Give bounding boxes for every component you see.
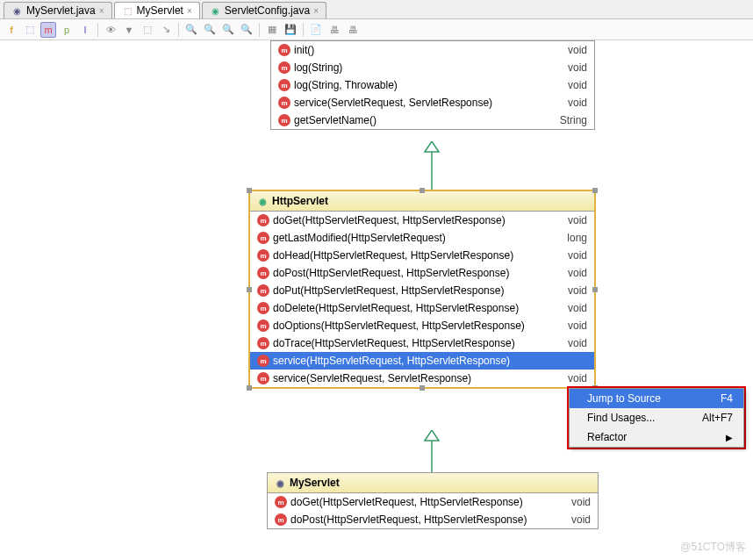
method-name: service(ServletRequest, ServletResponse) xyxy=(294,97,492,109)
method-name: doHead(HttpServletRequest, HttpServletRe… xyxy=(273,249,513,262)
inner-icon[interactable]: I xyxy=(77,22,93,38)
method-name: doOptions(HttpServletRequest, HttpServle… xyxy=(273,319,525,332)
method-name: getServletName() xyxy=(294,114,376,126)
return-type: void xyxy=(568,302,587,314)
fields-icon[interactable]: f xyxy=(4,22,19,38)
class-title: ◉ HttpServlet xyxy=(250,191,594,212)
export-icon[interactable]: 📄 xyxy=(308,22,324,38)
return-type: void xyxy=(568,79,587,91)
diagram-icon: ⬚ xyxy=(122,5,133,17)
zoom-actual-icon[interactable]: 🔍 xyxy=(239,22,255,38)
method-row[interactable]: mdoDelete(HttpServletRequest, HttpServle… xyxy=(250,299,594,317)
separator xyxy=(303,23,304,37)
return-type: void xyxy=(568,319,587,332)
method-row[interactable]: mdoPost(HttpServletRequest, HttpServletR… xyxy=(250,264,594,282)
class-icon: ◉ xyxy=(11,5,23,17)
method-row[interactable]: mdoPost(HttpServletRequest, HttpServletR… xyxy=(268,511,598,528)
ctx-item-find-usages[interactable]: Find Usages...Alt+F7 xyxy=(570,408,743,427)
close-icon[interactable]: × xyxy=(187,6,192,16)
return-type: long xyxy=(567,232,587,244)
method-row[interactable]: mservice(ServletRequest, ServletResponse… xyxy=(271,94,594,111)
method-row[interactable]: mservice(HttpServletRequest, HttpServlet… xyxy=(250,352,594,370)
method-row[interactable]: mlog(String)void xyxy=(271,59,594,76)
ctx-accel: Alt+F7 xyxy=(702,412,733,424)
close-icon[interactable]: × xyxy=(99,6,104,16)
diagram-toolbar: f ⬚ m p I 👁 ▼ ⬚ ↘ 🔍 🔍 🔍 🔍 ▦ 💾 📄 🖶 🖶 xyxy=(0,19,753,40)
zoom-in-icon[interactable]: 🔍 xyxy=(183,22,199,38)
save-icon[interactable]: 💾 xyxy=(283,22,298,38)
method-row[interactable]: mdoOptions(HttpServletRequest, HttpServl… xyxy=(250,317,594,334)
method-row[interactable]: mgetServletName()String xyxy=(271,111,594,129)
method-row[interactable]: mdoPut(HttpServletRequest, HttpServletRe… xyxy=(250,282,594,299)
print-preview-icon[interactable]: 🖶 xyxy=(345,22,361,38)
zoom-fit-icon[interactable]: 🔍 xyxy=(220,22,236,38)
zoom-out-icon[interactable]: 🔍 xyxy=(202,22,218,38)
method-name: doGet(HttpServletRequest, HttpServletRes… xyxy=(290,496,523,508)
class-box-myservlet[interactable]: ◉ MyServlet mdoGet(HttpServletRequest, H… xyxy=(267,472,599,529)
tab-myservlet-java[interactable]: ◉ MyServlet.java × xyxy=(4,2,112,18)
method-row[interactable]: mservice(ServletRequest, ServletResponse… xyxy=(250,370,594,387)
context-menu: Jump to SourceF4Find Usages...Alt+F7Refa… xyxy=(569,388,744,448)
ctx-label: Find Usages... xyxy=(587,412,655,424)
class-title: ◉ MyServlet xyxy=(268,473,598,493)
method-row[interactable]: mdoGet(HttpServletRequest, HttpServletRe… xyxy=(268,493,598,511)
method-row[interactable]: mlog(String, Throwable)void xyxy=(271,76,594,94)
return-type: void xyxy=(568,284,587,297)
method-name: log(String, Throwable) xyxy=(294,79,398,91)
ctx-item-jump-to-source[interactable]: Jump to SourceF4 xyxy=(570,389,743,408)
ctx-item-refactor[interactable]: Refactor▶ xyxy=(570,427,743,447)
method-row[interactable]: mdoTrace(HttpServletRequest, HttpServlet… xyxy=(250,334,594,352)
route-icon[interactable]: ↘ xyxy=(158,22,174,38)
method-row[interactable]: mdoHead(HttpServletRequest, HttpServletR… xyxy=(250,247,594,264)
return-type: void xyxy=(568,337,587,349)
method-icon: m xyxy=(257,232,269,244)
method-icon: m xyxy=(257,284,269,297)
print-icon[interactable]: 🖶 xyxy=(326,22,342,38)
class-icon: ◉ xyxy=(275,477,286,489)
return-type: String xyxy=(560,114,587,126)
method-name: doPut(HttpServletRequest, HttpServletRes… xyxy=(273,284,504,297)
ctx-accel: F4 xyxy=(721,392,733,405)
method-name: doDelete(HttpServletRequest, HttpServlet… xyxy=(273,302,519,314)
tab-myservlet-diagram[interactable]: ⬚ MyServlet × xyxy=(114,2,200,18)
method-name: doPost(HttpServletRequest, HttpServletRe… xyxy=(273,267,509,279)
method-name: service(HttpServletRequest, HttpServletR… xyxy=(273,355,510,367)
svg-marker-2 xyxy=(425,430,439,441)
tab-servletconfig-java[interactable]: ◉ ServletConfig.java × xyxy=(202,2,326,18)
method-name: doGet(HttpServletRequest, HttpServletRes… xyxy=(273,214,506,226)
method-row[interactable]: mdoGet(HttpServletRequest, HttpServletRe… xyxy=(250,212,594,229)
return-type: void xyxy=(568,249,587,262)
properties-icon[interactable]: p xyxy=(59,22,75,38)
layout-icon[interactable]: ⬚ xyxy=(140,22,155,38)
close-icon[interactable]: × xyxy=(313,6,319,16)
method-row[interactable]: minit()void xyxy=(271,41,594,59)
context-menu-highlight: Jump to SourceF4Find Usages...Alt+F7Refa… xyxy=(567,386,746,449)
separator xyxy=(259,23,260,37)
method-name: init() xyxy=(294,44,314,56)
method-icon: m xyxy=(278,114,290,126)
method-name: doTrace(HttpServletRequest, HttpServletR… xyxy=(273,337,515,349)
method-icon: m xyxy=(257,319,269,332)
class-box-httpservlet[interactable]: ◉ HttpServlet mdoGet(HttpServletRequest,… xyxy=(248,190,596,389)
interface-icon: ◉ xyxy=(210,5,221,17)
filter-icon[interactable]: ▼ xyxy=(121,22,137,38)
return-type: void xyxy=(568,372,587,384)
svg-marker-0 xyxy=(425,141,439,152)
apply-layout-icon[interactable]: ▦ xyxy=(264,22,280,38)
method-icon: m xyxy=(257,372,269,384)
method-icon: m xyxy=(257,355,269,367)
separator xyxy=(97,23,98,37)
method-row[interactable]: mgetLastModified(HttpServletRequest)long xyxy=(250,229,594,247)
diagram-canvas[interactable]: minit()voidmlog(String)voidmlog(String, … xyxy=(0,40,753,560)
visibility-icon[interactable]: 👁 xyxy=(103,22,118,38)
methods-icon[interactable]: m xyxy=(40,22,56,38)
ctx-label: Refactor xyxy=(587,431,627,443)
constructors-icon[interactable]: ⬚ xyxy=(22,22,38,38)
method-icon: m xyxy=(257,249,269,262)
method-name: doPost(HttpServletRequest, HttpServletRe… xyxy=(290,513,527,526)
class-box-genericservlet[interactable]: minit()voidmlog(String)voidmlog(String, … xyxy=(270,40,595,130)
return-type: void xyxy=(571,513,591,526)
method-icon: m xyxy=(257,302,269,314)
separator xyxy=(178,23,179,37)
method-icon: m xyxy=(278,44,290,56)
